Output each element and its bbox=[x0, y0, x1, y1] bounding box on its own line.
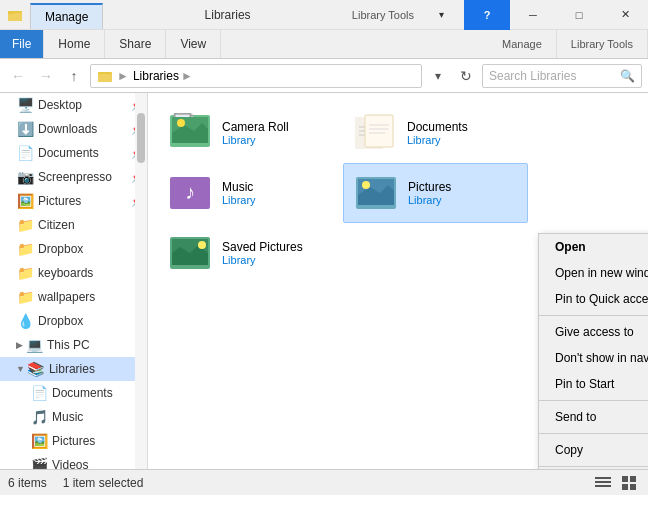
window-controls: ▾ ? ─ □ ✕ bbox=[418, 0, 648, 30]
svg-rect-1 bbox=[8, 13, 22, 21]
sidebar-label-desktop: Desktop bbox=[38, 98, 82, 112]
library-tools-label: Library Tools bbox=[352, 9, 414, 21]
app-icon bbox=[0, 7, 30, 23]
ctx-open-new-window[interactable]: Open in new window bbox=[539, 260, 648, 286]
ctx-pin-start[interactable]: Pin to Start ← bbox=[539, 371, 648, 397]
manage-tab[interactable]: Manage bbox=[30, 3, 103, 29]
ctx-dont-show[interactable]: Don't show in navigation pane bbox=[539, 345, 648, 371]
maximize-button[interactable]: □ bbox=[556, 0, 602, 30]
file-item-camera-roll[interactable]: Camera Roll Library bbox=[158, 103, 343, 163]
path-libraries: Libraries bbox=[133, 69, 179, 83]
citizen-icon: 📁 bbox=[16, 216, 34, 234]
up-button[interactable]: ↑ bbox=[62, 64, 86, 88]
documents-icon: 📄 bbox=[16, 144, 34, 162]
ctx-sep-4 bbox=[539, 466, 648, 467]
ctx-send-to[interactable]: Send to ► bbox=[539, 404, 648, 430]
camera-roll-name: Camera Roll bbox=[222, 120, 289, 134]
minimize-button[interactable]: ─ bbox=[510, 0, 556, 30]
context-menu: Open Open in new window Pin to Quick acc… bbox=[538, 233, 648, 469]
svg-text:♪: ♪ bbox=[185, 181, 195, 203]
sidebar-item-this-pc[interactable]: ▶ 💻 This PC bbox=[0, 333, 147, 357]
help-btn[interactable]: ? bbox=[464, 0, 510, 30]
view-controls bbox=[592, 473, 640, 493]
dropbox-icon: 💧 bbox=[16, 312, 34, 330]
sidebar-scrollbar[interactable] bbox=[135, 93, 147, 469]
pictures-icon: 🖼️ bbox=[16, 192, 34, 210]
sidebar-item-sub-music[interactable]: 🎵 Music bbox=[0, 405, 147, 429]
camera-roll-type: Library bbox=[222, 134, 289, 146]
documents-type: Library bbox=[407, 134, 468, 146]
address-path[interactable]: ► Libraries ► bbox=[90, 64, 422, 88]
sidebar-item-libraries[interactable]: ▼ 📚 Libraries bbox=[0, 357, 147, 381]
svg-rect-2 bbox=[8, 11, 14, 14]
search-box[interactable]: Search Libraries 🔍 bbox=[482, 64, 642, 88]
sidebar-label-sub-videos: Videos bbox=[52, 458, 88, 469]
sidebar-label-sub-music: Music bbox=[52, 410, 83, 424]
keyboards-icon: 📁 bbox=[16, 264, 34, 282]
svg-rect-14 bbox=[365, 115, 393, 147]
ctx-pin-quick-access[interactable]: Pin to Quick access bbox=[539, 286, 648, 312]
sidebar-label-pictures: Pictures bbox=[38, 194, 81, 208]
sidebar-item-sub-documents[interactable]: 📄 Documents bbox=[0, 381, 147, 405]
tab-home[interactable]: Home bbox=[44, 30, 105, 58]
ctx-sep-3 bbox=[539, 433, 648, 434]
address-dropdown[interactable]: ▾ bbox=[426, 64, 450, 88]
music-name: Music bbox=[222, 180, 256, 194]
close-button[interactable]: ✕ bbox=[602, 0, 648, 30]
sidebar-item-wallpapers[interactable]: 📁 wallpapers bbox=[0, 285, 147, 309]
address-bar: ← → ↑ ► Libraries ► ▾ ↻ Search Libraries… bbox=[0, 59, 648, 93]
back-button[interactable]: ← bbox=[6, 64, 30, 88]
ctx-copy[interactable]: Copy bbox=[539, 437, 648, 463]
sidebar-item-downloads[interactable]: ⬇️ Downloads 📌 bbox=[0, 117, 147, 141]
tab-view[interactable]: View bbox=[166, 30, 221, 58]
search-icon: 🔍 bbox=[620, 69, 635, 83]
sidebar-item-keyboards[interactable]: 📁 keyboards bbox=[0, 261, 147, 285]
libraries-icon: 📚 bbox=[27, 360, 45, 378]
details-view-button[interactable] bbox=[592, 473, 614, 493]
chevron-down-btn[interactable]: ▾ bbox=[418, 0, 464, 30]
ctx-open[interactable]: Open bbox=[539, 234, 648, 260]
sidebar-label-dropbox-folder: Dropbox bbox=[38, 242, 83, 256]
sidebar-item-sub-videos[interactable]: 🎬 Videos bbox=[0, 453, 147, 469]
music-type: Library bbox=[222, 194, 256, 206]
tab-share[interactable]: Share bbox=[105, 30, 166, 58]
sidebar-label-citizen: Citizen bbox=[38, 218, 75, 232]
sidebar-item-pictures[interactable]: 🖼️ Pictures 📌 bbox=[0, 189, 147, 213]
sidebar-item-citizen[interactable]: 📁 Citizen bbox=[0, 213, 147, 237]
refresh-button[interactable]: ↻ bbox=[454, 64, 478, 88]
file-item-saved-pictures[interactable]: Saved Pictures Library bbox=[158, 223, 343, 283]
screenpresso-icon: 📷 bbox=[16, 168, 34, 186]
ctx-sep-1 bbox=[539, 315, 648, 316]
sidebar-label-keyboards: keyboards bbox=[38, 266, 93, 280]
sidebar-item-dropbox-folder[interactable]: 📁 Dropbox bbox=[0, 237, 147, 261]
svg-point-22 bbox=[362, 181, 370, 189]
svg-rect-32 bbox=[630, 484, 636, 490]
sidebar-item-screenpresso[interactable]: 📷 Screenpresso 📌 bbox=[0, 165, 147, 189]
tiles-view-button[interactable] bbox=[618, 473, 640, 493]
file-item-pictures[interactable]: Pictures Library bbox=[343, 163, 528, 223]
sidebar-item-documents[interactable]: 📄 Documents 📌 bbox=[0, 141, 147, 165]
collapse-icon: ▼ bbox=[16, 364, 25, 374]
pictures-file-name: Pictures bbox=[408, 180, 451, 194]
tab-manage[interactable]: Manage bbox=[488, 30, 557, 58]
sidebar-item-desktop[interactable]: 🖥️ Desktop 📌 bbox=[0, 93, 147, 117]
search-placeholder: Search Libraries bbox=[489, 69, 576, 83]
file-item-music[interactable]: ♪ Music Library bbox=[158, 163, 343, 223]
pictures-type: Library bbox=[408, 194, 451, 206]
sidebar-label-wallpapers: wallpapers bbox=[38, 290, 95, 304]
tab-file[interactable]: File bbox=[0, 30, 44, 58]
sub-videos-icon: 🎬 bbox=[30, 456, 48, 469]
sidebar-item-dropbox[interactable]: 💧 Dropbox bbox=[0, 309, 147, 333]
svg-rect-28 bbox=[595, 485, 611, 487]
ctx-give-access[interactable]: Give access to ► bbox=[539, 319, 648, 345]
main-content: 🖥️ Desktop 📌 ⬇️ Downloads 📌 📄 Documents … bbox=[0, 93, 648, 469]
sidebar-item-sub-pictures[interactable]: 🖼️ Pictures bbox=[0, 429, 147, 453]
file-item-documents[interactable]: Documents Library bbox=[343, 103, 528, 163]
tab-library-tools[interactable]: Library Tools bbox=[557, 30, 648, 58]
sidebar: 🖥️ Desktop 📌 ⬇️ Downloads 📌 📄 Documents … bbox=[0, 93, 148, 469]
camera-roll-info: Camera Roll Library bbox=[222, 120, 289, 146]
forward-button[interactable]: → bbox=[34, 64, 58, 88]
this-pc-icon: 💻 bbox=[25, 336, 43, 354]
ribbon: File Home Share View Manage Library Tool… bbox=[0, 30, 648, 59]
sidebar-label-sub-pictures: Pictures bbox=[52, 434, 95, 448]
